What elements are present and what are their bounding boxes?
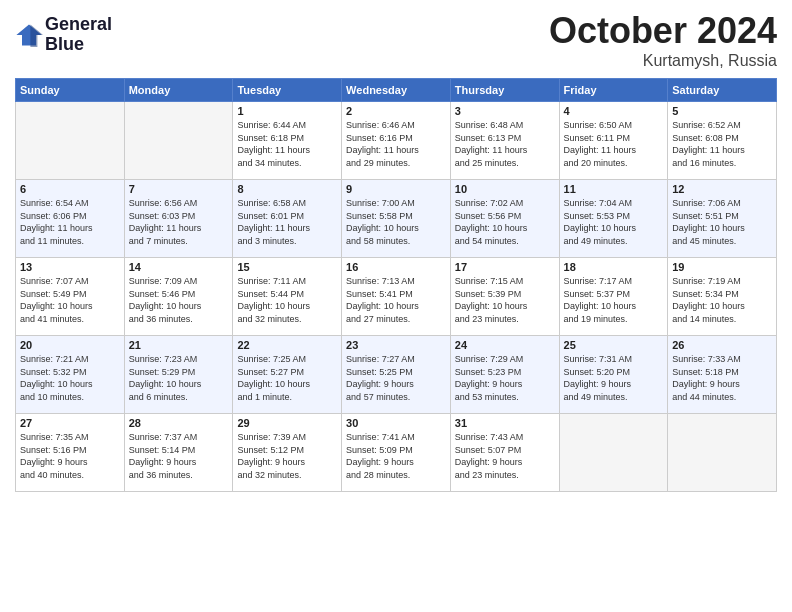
day-number: 13 bbox=[20, 261, 120, 273]
day-number: 17 bbox=[455, 261, 555, 273]
calendar-cell: 29Sunrise: 7:39 AM Sunset: 5:12 PM Dayli… bbox=[233, 414, 342, 492]
calendar-row-3: 13Sunrise: 7:07 AM Sunset: 5:49 PM Dayli… bbox=[16, 258, 777, 336]
day-info: Sunrise: 7:21 AM Sunset: 5:32 PM Dayligh… bbox=[20, 353, 120, 403]
day-number: 24 bbox=[455, 339, 555, 351]
day-info: Sunrise: 6:46 AM Sunset: 6:16 PM Dayligh… bbox=[346, 119, 446, 169]
day-info: Sunrise: 6:50 AM Sunset: 6:11 PM Dayligh… bbox=[564, 119, 664, 169]
day-number: 2 bbox=[346, 105, 446, 117]
logo-text-line2: Blue bbox=[45, 35, 112, 55]
logo: General Blue bbox=[15, 15, 112, 55]
calendar-cell: 7Sunrise: 6:56 AM Sunset: 6:03 PM Daylig… bbox=[124, 180, 233, 258]
calendar-cell: 25Sunrise: 7:31 AM Sunset: 5:20 PM Dayli… bbox=[559, 336, 668, 414]
day-info: Sunrise: 6:58 AM Sunset: 6:01 PM Dayligh… bbox=[237, 197, 337, 247]
day-number: 15 bbox=[237, 261, 337, 273]
calendar-cell: 24Sunrise: 7:29 AM Sunset: 5:23 PM Dayli… bbox=[450, 336, 559, 414]
day-number: 21 bbox=[129, 339, 229, 351]
day-number: 18 bbox=[564, 261, 664, 273]
calendar-cell: 16Sunrise: 7:13 AM Sunset: 5:41 PM Dayli… bbox=[342, 258, 451, 336]
day-info: Sunrise: 7:06 AM Sunset: 5:51 PM Dayligh… bbox=[672, 197, 772, 247]
logo-icon bbox=[15, 21, 43, 49]
th-wednesday: Wednesday bbox=[342, 79, 451, 102]
day-info: Sunrise: 7:02 AM Sunset: 5:56 PM Dayligh… bbox=[455, 197, 555, 247]
day-info: Sunrise: 7:37 AM Sunset: 5:14 PM Dayligh… bbox=[129, 431, 229, 481]
calendar-cell: 17Sunrise: 7:15 AM Sunset: 5:39 PM Dayli… bbox=[450, 258, 559, 336]
th-monday: Monday bbox=[124, 79, 233, 102]
calendar-cell: 12Sunrise: 7:06 AM Sunset: 5:51 PM Dayli… bbox=[668, 180, 777, 258]
day-info: Sunrise: 6:44 AM Sunset: 6:18 PM Dayligh… bbox=[237, 119, 337, 169]
day-info: Sunrise: 6:56 AM Sunset: 6:03 PM Dayligh… bbox=[129, 197, 229, 247]
day-number: 20 bbox=[20, 339, 120, 351]
day-number: 26 bbox=[672, 339, 772, 351]
day-number: 12 bbox=[672, 183, 772, 195]
calendar-cell: 8Sunrise: 6:58 AM Sunset: 6:01 PM Daylig… bbox=[233, 180, 342, 258]
day-info: Sunrise: 6:52 AM Sunset: 6:08 PM Dayligh… bbox=[672, 119, 772, 169]
day-number: 28 bbox=[129, 417, 229, 429]
day-info: Sunrise: 7:17 AM Sunset: 5:37 PM Dayligh… bbox=[564, 275, 664, 325]
calendar-row-1: 1Sunrise: 6:44 AM Sunset: 6:18 PM Daylig… bbox=[16, 102, 777, 180]
day-number: 31 bbox=[455, 417, 555, 429]
calendar-cell bbox=[16, 102, 125, 180]
page-container: General Blue October 2024 Kurtamysh, Rus… bbox=[0, 0, 792, 502]
calendar-cell: 22Sunrise: 7:25 AM Sunset: 5:27 PM Dayli… bbox=[233, 336, 342, 414]
day-number: 23 bbox=[346, 339, 446, 351]
day-number: 9 bbox=[346, 183, 446, 195]
th-saturday: Saturday bbox=[668, 79, 777, 102]
calendar-cell: 1Sunrise: 6:44 AM Sunset: 6:18 PM Daylig… bbox=[233, 102, 342, 180]
location: Kurtamysh, Russia bbox=[549, 52, 777, 70]
day-number: 3 bbox=[455, 105, 555, 117]
calendar-cell: 18Sunrise: 7:17 AM Sunset: 5:37 PM Dayli… bbox=[559, 258, 668, 336]
day-number: 8 bbox=[237, 183, 337, 195]
day-number: 22 bbox=[237, 339, 337, 351]
calendar-cell: 5Sunrise: 6:52 AM Sunset: 6:08 PM Daylig… bbox=[668, 102, 777, 180]
month-title: October 2024 bbox=[549, 10, 777, 52]
calendar-row-2: 6Sunrise: 6:54 AM Sunset: 6:06 PM Daylig… bbox=[16, 180, 777, 258]
day-number: 1 bbox=[237, 105, 337, 117]
calendar-cell bbox=[124, 102, 233, 180]
day-info: Sunrise: 7:25 AM Sunset: 5:27 PM Dayligh… bbox=[237, 353, 337, 403]
day-number: 6 bbox=[20, 183, 120, 195]
day-info: Sunrise: 7:27 AM Sunset: 5:25 PM Dayligh… bbox=[346, 353, 446, 403]
calendar-cell: 6Sunrise: 6:54 AM Sunset: 6:06 PM Daylig… bbox=[16, 180, 125, 258]
day-info: Sunrise: 7:23 AM Sunset: 5:29 PM Dayligh… bbox=[129, 353, 229, 403]
day-info: Sunrise: 7:13 AM Sunset: 5:41 PM Dayligh… bbox=[346, 275, 446, 325]
day-info: Sunrise: 7:35 AM Sunset: 5:16 PM Dayligh… bbox=[20, 431, 120, 481]
day-number: 30 bbox=[346, 417, 446, 429]
day-info: Sunrise: 7:31 AM Sunset: 5:20 PM Dayligh… bbox=[564, 353, 664, 403]
day-number: 10 bbox=[455, 183, 555, 195]
day-number: 27 bbox=[20, 417, 120, 429]
calendar-cell bbox=[668, 414, 777, 492]
day-info: Sunrise: 7:19 AM Sunset: 5:34 PM Dayligh… bbox=[672, 275, 772, 325]
header-row: Sunday Monday Tuesday Wednesday Thursday… bbox=[16, 79, 777, 102]
calendar-cell: 21Sunrise: 7:23 AM Sunset: 5:29 PM Dayli… bbox=[124, 336, 233, 414]
day-info: Sunrise: 7:09 AM Sunset: 5:46 PM Dayligh… bbox=[129, 275, 229, 325]
day-info: Sunrise: 7:33 AM Sunset: 5:18 PM Dayligh… bbox=[672, 353, 772, 403]
calendar-cell bbox=[559, 414, 668, 492]
th-sunday: Sunday bbox=[16, 79, 125, 102]
day-info: Sunrise: 6:48 AM Sunset: 6:13 PM Dayligh… bbox=[455, 119, 555, 169]
day-number: 14 bbox=[129, 261, 229, 273]
day-number: 16 bbox=[346, 261, 446, 273]
day-number: 19 bbox=[672, 261, 772, 273]
day-info: Sunrise: 7:29 AM Sunset: 5:23 PM Dayligh… bbox=[455, 353, 555, 403]
th-friday: Friday bbox=[559, 79, 668, 102]
calendar-cell: 13Sunrise: 7:07 AM Sunset: 5:49 PM Dayli… bbox=[16, 258, 125, 336]
page-header: General Blue October 2024 Kurtamysh, Rus… bbox=[15, 10, 777, 70]
title-block: October 2024 Kurtamysh, Russia bbox=[549, 10, 777, 70]
calendar-row-5: 27Sunrise: 7:35 AM Sunset: 5:16 PM Dayli… bbox=[16, 414, 777, 492]
day-number: 11 bbox=[564, 183, 664, 195]
day-number: 5 bbox=[672, 105, 772, 117]
day-info: Sunrise: 7:15 AM Sunset: 5:39 PM Dayligh… bbox=[455, 275, 555, 325]
calendar-cell: 15Sunrise: 7:11 AM Sunset: 5:44 PM Dayli… bbox=[233, 258, 342, 336]
calendar-row-4: 20Sunrise: 7:21 AM Sunset: 5:32 PM Dayli… bbox=[16, 336, 777, 414]
day-info: Sunrise: 7:11 AM Sunset: 5:44 PM Dayligh… bbox=[237, 275, 337, 325]
logo-text-line1: General bbox=[45, 15, 112, 35]
day-number: 4 bbox=[564, 105, 664, 117]
calendar-cell: 19Sunrise: 7:19 AM Sunset: 5:34 PM Dayli… bbox=[668, 258, 777, 336]
calendar-cell: 10Sunrise: 7:02 AM Sunset: 5:56 PM Dayli… bbox=[450, 180, 559, 258]
calendar-table: Sunday Monday Tuesday Wednesday Thursday… bbox=[15, 78, 777, 492]
day-number: 7 bbox=[129, 183, 229, 195]
calendar-cell: 30Sunrise: 7:41 AM Sunset: 5:09 PM Dayli… bbox=[342, 414, 451, 492]
calendar-cell: 9Sunrise: 7:00 AM Sunset: 5:58 PM Daylig… bbox=[342, 180, 451, 258]
calendar-cell: 14Sunrise: 7:09 AM Sunset: 5:46 PM Dayli… bbox=[124, 258, 233, 336]
calendar-cell: 31Sunrise: 7:43 AM Sunset: 5:07 PM Dayli… bbox=[450, 414, 559, 492]
